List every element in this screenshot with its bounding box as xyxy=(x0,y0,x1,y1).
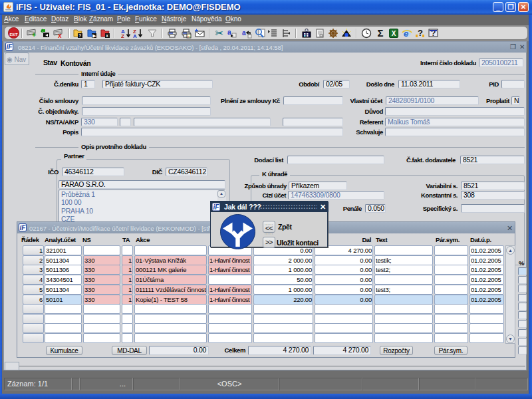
svg-text:x: x xyxy=(106,33,108,38)
svg-text:Z: Z xyxy=(121,33,124,39)
svg-text:?: ? xyxy=(78,33,81,38)
svg-text:▶: ▶ xyxy=(92,33,96,39)
svg-text:e: e xyxy=(404,29,408,39)
svg-text:x: x xyxy=(58,32,62,39)
svg-text:?: ? xyxy=(418,28,423,38)
svg-text:a: a xyxy=(242,29,246,37)
svg-text:+: + xyxy=(32,31,36,39)
svg-text:A: A xyxy=(133,33,137,39)
